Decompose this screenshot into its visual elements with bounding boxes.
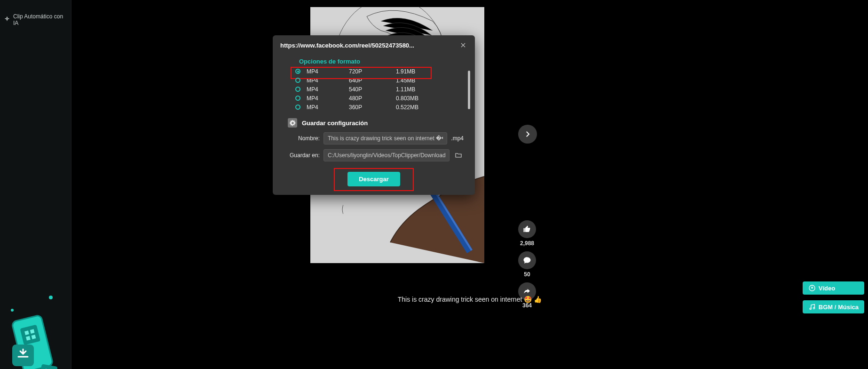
svg-rect-4: [20, 325, 40, 345]
format-size: 0.803MB: [396, 95, 461, 102]
svg-point-17: [813, 307, 814, 309]
format-res: 480P: [349, 95, 396, 102]
gear-icon-box: [288, 118, 297, 128]
format-type: MP4: [307, 104, 349, 111]
format-type: MP4: [307, 95, 349, 102]
comment-button[interactable]: [518, 251, 536, 269]
format-option-480p[interactable]: MP4480P0.803MB: [291, 94, 461, 103]
comment-icon: [523, 256, 531, 265]
name-label: Nombre:: [288, 135, 320, 142]
radio-icon: [295, 87, 300, 92]
format-size: 1.91MB: [396, 68, 461, 75]
format-size: 1.11MB: [396, 86, 461, 93]
chevron-right-icon: [523, 130, 532, 138]
comment-count: 50: [524, 271, 530, 278]
format-options: MP4720P1.91MBMP4640P1.45MBMP4540P1.11MBM…: [273, 67, 475, 112]
format-res: 540P: [349, 86, 396, 93]
savein-field-row: Guardar en:: [288, 149, 464, 161]
savein-label: Guardar en:: [288, 152, 320, 159]
dialog-url: https://www.facebook.com/reel/5025247358…: [280, 42, 414, 49]
promo-device-illustration: [4, 289, 65, 369]
svg-rect-6: [39, 364, 57, 369]
bgm-pill-button[interactable]: BGM / Música: [803, 300, 864, 313]
sidebar-item-label: Clip Automático con IA: [13, 13, 67, 26]
name-field-row: Nombre: .mp4: [288, 132, 464, 144]
thumbs-up-icon: [523, 225, 531, 233]
format-size: 0.522MB: [396, 104, 461, 111]
svg-point-0: [49, 296, 53, 299]
download-dialog: https://www.facebook.com/reel/5025247358…: [273, 35, 475, 195]
name-input[interactable]: [324, 132, 447, 144]
like-count: 2,988: [520, 240, 534, 247]
music-icon: [808, 303, 816, 311]
svg-point-16: [810, 308, 811, 309]
sparkle-icon: [4, 16, 10, 23]
savein-input[interactable]: [324, 149, 450, 161]
video-pill-button[interactable]: Vídeo: [803, 281, 864, 295]
svg-rect-2: [12, 315, 54, 369]
radio-icon: [295, 104, 300, 110]
format-res: 360P: [349, 104, 396, 111]
radio-icon: [295, 69, 300, 74]
floating-buttons: Vídeo BGM / Música: [803, 281, 864, 313]
share-count: 364: [522, 302, 532, 309]
caption-emoji: 🤩 👍: [524, 296, 542, 303]
format-options-title: Opciones de formato: [273, 54, 475, 67]
format-size: 1.45MB: [396, 77, 461, 84]
comment-action: 50: [518, 251, 536, 278]
svg-rect-5: [12, 345, 34, 366]
format-type: MP4: [307, 68, 349, 75]
svg-rect-3: [12, 315, 54, 369]
sidebar-item-ai-clip[interactable]: Clip Automático con IA: [0, 9, 71, 30]
download-wrap: Descargar: [273, 166, 475, 195]
close-icon: [460, 42, 466, 48]
browse-folder-button[interactable]: [453, 151, 464, 160]
bgm-pill-label: BGM / Música: [819, 304, 859, 311]
video-pill-label: Vídeo: [819, 285, 835, 292]
radio-icon: [295, 78, 300, 83]
dialog-header: https://www.facebook.com/reel/5025247358…: [273, 35, 475, 54]
download-video-icon: [808, 284, 816, 292]
next-button[interactable]: [518, 125, 537, 144]
format-option-720p[interactable]: MP4720P1.91MB: [291, 67, 461, 76]
format-type: MP4: [307, 86, 349, 93]
format-res: 640P: [349, 77, 396, 84]
download-button[interactable]: Descargar: [347, 172, 400, 186]
gear-icon: [290, 120, 296, 126]
save-config-section: Guardar configuración Nombre: .mp4 Guard…: [273, 112, 475, 161]
name-ext: .mp4: [451, 135, 464, 142]
folder-icon: [454, 152, 463, 159]
like-action: 2,988: [518, 220, 536, 247]
format-option-360p[interactable]: MP4360P0.522MB: [291, 103, 461, 112]
dialog-close-button[interactable]: [459, 41, 467, 49]
share-icon: [523, 287, 531, 296]
like-button[interactable]: [518, 220, 536, 238]
sidebar: Clip Automático con IA: [0, 0, 71, 369]
format-option-640p[interactable]: MP4640P1.45MB: [291, 76, 461, 85]
caption-text: This is crazy drawing trick seen on inte…: [398, 296, 522, 303]
format-scrollbar[interactable]: [468, 71, 470, 109]
save-config-title: Guardar configuración: [302, 120, 368, 127]
video-caption: This is crazy drawing trick seen on inte…: [398, 296, 542, 303]
format-option-540p[interactable]: MP4540P1.11MB: [291, 85, 461, 94]
radio-icon: [295, 96, 300, 101]
format-res: 720P: [349, 68, 396, 75]
format-type: MP4: [307, 77, 349, 84]
svg-point-1: [11, 309, 14, 312]
